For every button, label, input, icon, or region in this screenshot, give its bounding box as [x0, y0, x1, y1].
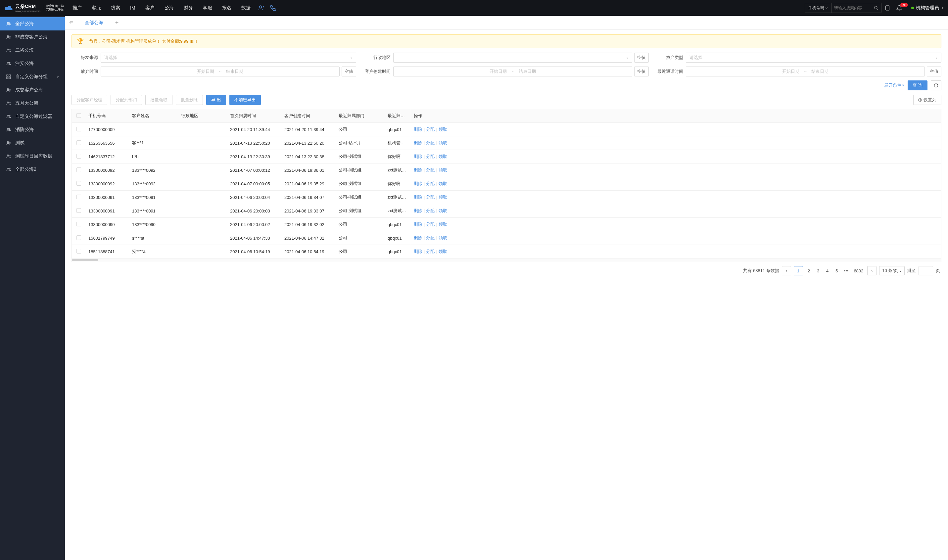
tab-all-sea[interactable]: 全部公海 — [78, 16, 110, 30]
row-claim-link[interactable]: 领取 — [439, 168, 447, 172]
horizontal-scrollbar[interactable] — [72, 258, 941, 262]
search-button[interactable] — [871, 3, 881, 13]
page-ellipsis[interactable]: ••• — [843, 268, 850, 273]
row-delete-link[interactable]: 删除 — [414, 181, 422, 186]
nav-item[interactable]: 客户 — [141, 0, 159, 16]
row-checkbox[interactable] — [77, 195, 81, 199]
row-claim-link[interactable]: 领取 — [439, 181, 447, 186]
col-region[interactable]: 行政地区 — [179, 109, 228, 123]
row-assign-link[interactable]: 分配 — [426, 127, 435, 132]
create-time-empty-button[interactable]: 空值 — [634, 66, 649, 77]
page-3[interactable]: 3 — [815, 268, 822, 273]
row-assign-link[interactable]: 分配 — [426, 181, 435, 186]
table-row[interactable]: 13300000091133****00912021-04-06 20:00:0… — [72, 204, 941, 218]
abandon-type-select[interactable]: 请选择∨ — [686, 52, 941, 63]
nav-item[interactable]: 财务 — [179, 0, 198, 16]
row-checkbox[interactable] — [77, 140, 81, 145]
batch-delete-button[interactable]: 批量删除 — [176, 95, 203, 105]
abandon-time-range[interactable]: 开始日期~结束日期 — [101, 66, 340, 77]
row-delete-link[interactable]: 删除 — [414, 140, 422, 145]
call-time-range[interactable]: 开始日期~结束日期 — [686, 66, 925, 77]
sidebar-item[interactable]: 全部公海 — [0, 17, 65, 31]
sidebar-item[interactable]: 成交客户公海 — [0, 83, 65, 97]
row-delete-link[interactable]: 删除 — [414, 208, 422, 213]
friend-source-select[interactable]: 请选择∨ — [101, 52, 356, 63]
row-claim-link[interactable]: 领取 — [439, 154, 447, 159]
nav-item[interactable]: 报名 — [217, 0, 236, 16]
query-button[interactable]: 查 询 — [908, 80, 928, 90]
add-user-icon[interactable] — [258, 5, 265, 11]
row-delete-link[interactable]: 删除 — [414, 235, 422, 240]
page-5[interactable]: 5 — [834, 268, 840, 273]
assign-manager-button[interactable]: 分配客户经理 — [71, 95, 107, 105]
abandon-time-empty-button[interactable]: 空值 — [342, 66, 356, 77]
page-2[interactable]: 2 — [806, 268, 812, 273]
page-1[interactable]: 1 — [794, 266, 803, 275]
row-checkbox[interactable] — [77, 208, 81, 213]
row-assign-link[interactable]: 分配 — [426, 140, 435, 145]
sidebar-item[interactable]: 自定义公海过滤器 — [0, 110, 65, 123]
table-row[interactable]: 18511888741安****a2021-04-06 10:54:192021… — [72, 245, 941, 258]
nav-item[interactable]: 推广 — [68, 0, 86, 16]
collapse-sidebar-button[interactable] — [65, 20, 78, 25]
col-name[interactable]: 客户姓名 — [129, 109, 179, 123]
row-assign-link[interactable]: 分配 — [426, 168, 435, 172]
next-page-button[interactable]: › — [867, 266, 877, 275]
tablet-icon[interactable] — [882, 5, 893, 11]
row-checkbox[interactable] — [77, 222, 81, 226]
assign-dept-button[interactable]: 分配到部门 — [111, 95, 142, 105]
export-button[interactable]: 导 出 — [206, 95, 226, 105]
row-assign-link[interactable]: 分配 — [426, 249, 435, 254]
row-checkbox[interactable] — [77, 249, 81, 254]
row-delete-link[interactable]: 删除 — [414, 127, 422, 132]
sidebar-item[interactable]: 自定义公海分组∨ — [0, 70, 65, 83]
row-claim-link[interactable]: 领取 — [439, 140, 447, 145]
row-claim-link[interactable]: 领取 — [439, 208, 447, 213]
row-claim-link[interactable]: 领取 — [439, 235, 447, 240]
row-delete-link[interactable]: 删除 — [414, 168, 422, 172]
row-delete-link[interactable]: 删除 — [414, 154, 422, 159]
sidebar-item[interactable]: 消防公海 — [0, 123, 65, 136]
sidebar-item[interactable]: 测试昨日回库数据 — [0, 149, 65, 163]
row-assign-link[interactable]: 分配 — [426, 222, 435, 227]
notifications-icon[interactable]: 99+ — [893, 5, 905, 11]
create-time-range[interactable]: 开始日期~结束日期 — [393, 66, 632, 77]
phone-icon[interactable] — [270, 5, 276, 11]
table-row[interactable]: 13300000092133****00922021-04-07 00:00:1… — [72, 163, 941, 177]
search-input[interactable] — [831, 6, 871, 10]
nav-item[interactable]: IM — [125, 0, 140, 16]
col-person[interactable]: 最近归属人 — [385, 109, 411, 123]
last-page[interactable]: 6882 — [853, 268, 865, 273]
set-columns-button[interactable]: 设置列 — [913, 95, 941, 105]
row-claim-link[interactable]: 领取 — [439, 222, 447, 227]
table-row[interactable]: 13300000090133****00902021-04-06 20:00:0… — [72, 218, 941, 231]
table-row[interactable]: 13300000092133****00922021-04-07 00:00:0… — [72, 177, 941, 191]
sidebar-item[interactable]: 五月天公海 — [0, 97, 65, 110]
add-tab-button[interactable]: + — [110, 19, 123, 26]
table-row[interactable]: 13300000091133****00912021-04-06 20:00:0… — [72, 191, 941, 204]
row-checkbox[interactable] — [77, 168, 81, 172]
row-assign-link[interactable]: 分配 — [426, 154, 435, 159]
table-row[interactable]: 15263663656客***12021-04-13 22:50:202021-… — [72, 136, 941, 150]
sidebar-item[interactable]: 全部公海2 — [0, 163, 65, 176]
row-assign-link[interactable]: 分配 — [426, 235, 435, 240]
select-all-checkbox[interactable] — [77, 113, 81, 118]
table-row[interactable]: 15601799749s****st2021-04-06 14:47:33202… — [72, 231, 941, 245]
nav-item[interactable]: 客服 — [87, 0, 106, 16]
row-assign-link[interactable]: 分配 — [426, 208, 435, 213]
search-type-select[interactable]: 手机号码 ▽ — [805, 3, 831, 12]
table-row[interactable]: 14621837712h*h2021-04-13 22:30:392021-04… — [72, 150, 941, 163]
row-assign-link[interactable]: 分配 — [426, 195, 435, 200]
logo[interactable]: 云朵CRM www.yunduocrm.com 教育机构一站 式服务云平台 — [4, 4, 64, 12]
page-size-select[interactable]: 10 条/页∨ — [879, 266, 905, 275]
col-phone[interactable]: 手机号码 — [86, 109, 129, 123]
reload-button[interactable] — [931, 80, 941, 90]
nav-item[interactable]: 公海 — [160, 0, 179, 16]
nav-item[interactable]: 学服 — [198, 0, 217, 16]
batch-claim-button[interactable]: 批量领取 — [145, 95, 172, 105]
admin-region-select[interactable]: ∨ — [393, 52, 632, 63]
export-plain-button[interactable]: 不加密导出 — [229, 95, 261, 105]
row-delete-link[interactable]: 删除 — [414, 222, 422, 227]
col-dept[interactable]: 最近归属部门 — [336, 109, 385, 123]
row-delete-link[interactable]: 删除 — [414, 249, 422, 254]
